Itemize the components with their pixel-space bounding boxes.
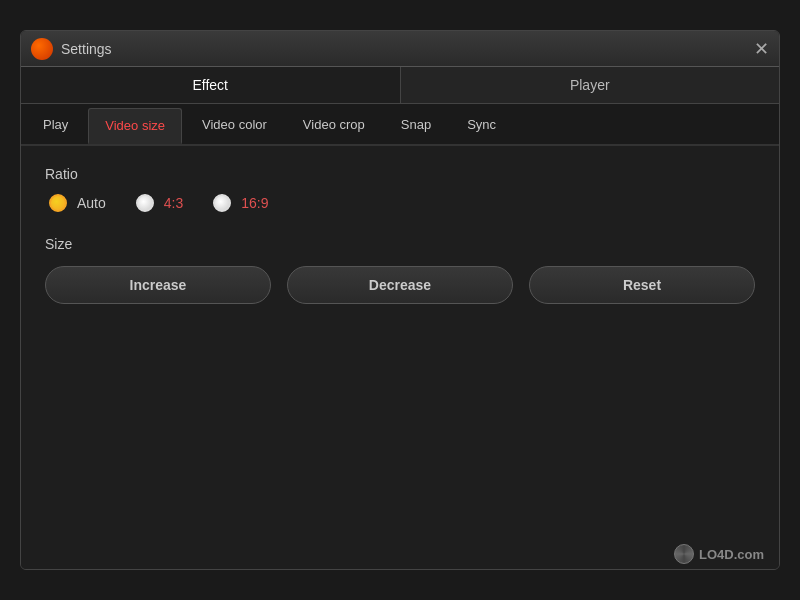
ratio-4-3-label: 4:3 [164, 195, 183, 211]
app-icon [31, 38, 53, 60]
decrease-button[interactable]: Decrease [287, 266, 513, 304]
settings-window: Settings ✕ Effect Player Play Video size… [20, 30, 780, 570]
radio-4-3-circle [136, 194, 154, 212]
ratio-auto-label: Auto [77, 195, 106, 211]
size-buttons: Increase Decrease Reset [45, 266, 755, 304]
radio-auto-circle [49, 194, 67, 212]
ratio-label: Ratio [45, 166, 755, 182]
reset-button[interactable]: Reset [529, 266, 755, 304]
tab-player[interactable]: Player [401, 67, 780, 103]
radio-16-9-circle [213, 194, 231, 212]
ratio-16-9[interactable]: 16:9 [213, 194, 268, 212]
close-button[interactable]: ✕ [754, 40, 769, 58]
increase-button[interactable]: Increase [45, 266, 271, 304]
tab-snap[interactable]: Snap [385, 108, 447, 144]
tab-sync[interactable]: Sync [451, 108, 512, 144]
top-tab-bar: Effect Player [21, 67, 779, 104]
ratio-4-3[interactable]: 4:3 [136, 194, 183, 212]
tab-play[interactable]: Play [27, 108, 84, 144]
watermark-text: LO4D.com [699, 547, 764, 562]
title-bar: Settings ✕ [21, 31, 779, 67]
ratio-16-9-label: 16:9 [241, 195, 268, 211]
watermark: LO4D.com [674, 544, 764, 564]
ratio-row: Auto 4:3 16:9 [45, 194, 755, 212]
ratio-auto[interactable]: Auto [49, 194, 106, 212]
size-label: Size [45, 236, 755, 252]
tab-effect[interactable]: Effect [21, 67, 401, 103]
tab-video-color[interactable]: Video color [186, 108, 283, 144]
tab-video-size[interactable]: Video size [88, 108, 182, 144]
content-area: Ratio Auto 4:3 16:9 Size [21, 146, 779, 569]
sub-tab-bar: Play Video size Video color Video crop S… [21, 104, 779, 146]
window-title: Settings [61, 41, 754, 57]
tab-video-crop[interactable]: Video crop [287, 108, 381, 144]
globe-icon [674, 544, 694, 564]
